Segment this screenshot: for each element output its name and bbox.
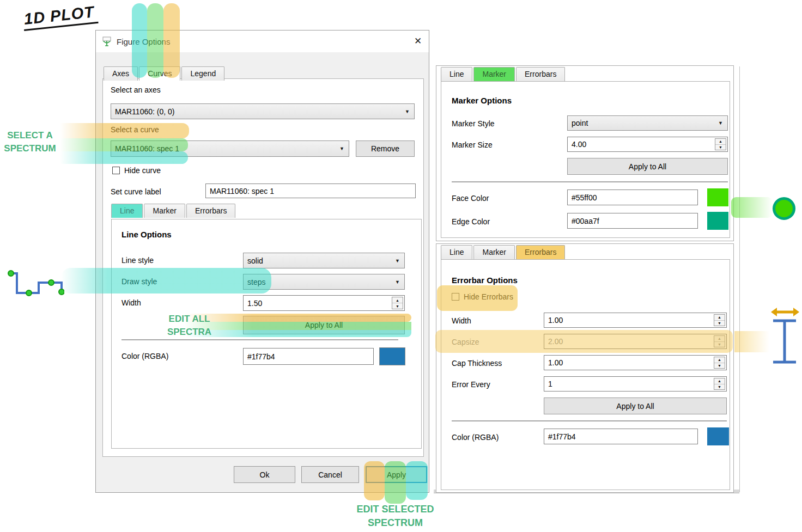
spin-up-icon[interactable]: ▲ bbox=[714, 315, 725, 321]
separator bbox=[121, 339, 398, 340]
spinner-buttons[interactable]: ▲ ▼ bbox=[392, 297, 403, 309]
errorbar-preview-icon bbox=[769, 319, 800, 364]
draw-style-value: steps bbox=[247, 278, 265, 286]
errorbar-width-value: 1.00 bbox=[548, 316, 563, 325]
hide-curve-checkbox-row[interactable]: Hide curve bbox=[112, 166, 161, 175]
edge-color-swatch[interactable] bbox=[707, 212, 728, 230]
steps-drawstyle-icon bbox=[3, 265, 64, 298]
spin-up-icon[interactable]: ▲ bbox=[715, 139, 726, 145]
marker-apply-to-all-button[interactable]: Apply to All bbox=[567, 158, 728, 175]
hide-curve-checkbox[interactable] bbox=[112, 167, 120, 174]
line-style-combobox[interactable]: solid ▼ bbox=[243, 253, 405, 268]
cap-thickness-value: 1.00 bbox=[548, 358, 563, 367]
spinner-buttons[interactable]: ▲ ▼ bbox=[714, 335, 725, 347]
spin-up-icon[interactable]: ▲ bbox=[714, 336, 725, 342]
errorbar-apply-to-all-button[interactable]: Apply to All bbox=[544, 398, 727, 414]
annotation-line: EDIT SELECTED bbox=[348, 503, 443, 516]
curve-combobox-value: MAR11060: spec 1 bbox=[115, 144, 179, 153]
marker-style-label: Marker Style bbox=[452, 119, 495, 128]
tab-marker[interactable]: Marker bbox=[473, 245, 515, 259]
errorbar-width-label: Width bbox=[452, 316, 471, 325]
remove-curve-button[interactable]: Remove bbox=[356, 140, 415, 157]
edit-selected-spectrum-annotation: EDIT SELECTED SPECTRUM bbox=[348, 503, 443, 530]
chevron-down-icon: ▼ bbox=[405, 109, 410, 114]
spinner-buttons[interactable]: ▲ ▼ bbox=[714, 378, 725, 390]
tab-curves[interactable]: Curves bbox=[139, 66, 180, 81]
line-color-input[interactable]: #1f77b4 bbox=[243, 348, 374, 365]
marker-options-heading: Marker Options bbox=[452, 96, 512, 105]
errorbar-options-heading: Errorbar Options bbox=[452, 276, 518, 285]
line-width-label: Width bbox=[121, 298, 141, 307]
capsize-spinbox[interactable]: 2.00 ▲ ▼ bbox=[544, 334, 727, 349]
capsize-width-arrow-icon bbox=[770, 307, 800, 317]
marker-size-spinbox[interactable]: 4.00 ▲ ▼ bbox=[567, 137, 728, 152]
spinner-buttons[interactable]: ▲ ▼ bbox=[714, 314, 725, 326]
chevron-down-icon: ▼ bbox=[718, 120, 723, 126]
spin-up-icon[interactable]: ▲ bbox=[714, 378, 725, 384]
cap-thickness-spinbox[interactable]: 1.00 ▲ ▼ bbox=[544, 355, 727, 370]
chevron-down-icon: ▼ bbox=[395, 258, 400, 264]
spin-down-icon[interactable]: ▼ bbox=[714, 321, 725, 326]
tab-errorbars[interactable]: Errorbars bbox=[186, 204, 235, 218]
dialog-title: Figure Options bbox=[117, 37, 170, 46]
errorbar-color-label: Color (RGBA) bbox=[452, 433, 499, 442]
hide-errorbars-checkbox[interactable] bbox=[452, 293, 459, 301]
marker-panel: Line Marker Errorbars Marker Options Mar… bbox=[436, 65, 734, 241]
separator bbox=[452, 420, 727, 421]
tab-marker[interactable]: Marker bbox=[473, 67, 515, 81]
hide-errorbars-label: Hide Errorbars bbox=[464, 292, 513, 301]
spin-down-icon[interactable]: ▼ bbox=[714, 342, 725, 347]
curve-label-input[interactable]: MAR11060: spec 1 bbox=[205, 184, 416, 198]
ok-button[interactable]: Ok bbox=[234, 466, 295, 483]
capsize-label: Capsize bbox=[452, 338, 479, 346]
draw-style-combobox[interactable]: steps ▼ bbox=[243, 274, 405, 290]
dialog-titlebar[interactable]: Figure Options ✕ bbox=[96, 30, 429, 52]
face-color-swatch[interactable] bbox=[707, 188, 728, 206]
spin-down-icon[interactable]: ▼ bbox=[715, 145, 726, 150]
spin-down-icon[interactable]: ▼ bbox=[714, 384, 725, 390]
spin-down-icon[interactable]: ▼ bbox=[714, 363, 725, 369]
hide-errorbars-checkbox-row[interactable]: Hide Errorbars bbox=[452, 292, 513, 301]
axes-combobox[interactable]: MAR11060: (0, 0) ▼ bbox=[111, 103, 415, 119]
line-apply-to-all-button[interactable]: Apply to All bbox=[243, 316, 405, 334]
tab-errorbars[interactable]: Errorbars bbox=[516, 67, 565, 81]
tab-axes[interactable]: Axes bbox=[104, 66, 138, 81]
annotation-line: SPECTRUM bbox=[0, 142, 62, 155]
errorbar-color-swatch[interactable] bbox=[707, 427, 729, 445]
marker-preview-icon bbox=[773, 197, 795, 220]
spin-up-icon[interactable]: ▲ bbox=[392, 297, 403, 303]
spinner-buttons[interactable]: ▲ ▼ bbox=[714, 357, 725, 369]
annotation-line: SPECTRUM bbox=[348, 516, 443, 530]
dialog-tab-bar: Axes Curves Legend bbox=[104, 66, 226, 81]
window-edge bbox=[739, 66, 740, 492]
errorbar-width-spinbox[interactable]: 1.00 ▲ ▼ bbox=[544, 313, 727, 328]
error-every-value: 1 bbox=[548, 380, 552, 388]
axes-combobox-value: MAR11060: (0, 0) bbox=[115, 107, 174, 116]
tab-legend[interactable]: Legend bbox=[181, 66, 224, 81]
curve-combobox[interactable]: MAR11060: spec 1 ▼ bbox=[111, 140, 349, 157]
tab-line[interactable]: Line bbox=[441, 245, 472, 259]
cancel-button[interactable]: Cancel bbox=[301, 466, 359, 483]
tab-marker[interactable]: Marker bbox=[144, 204, 185, 218]
apply-button[interactable]: Apply bbox=[366, 466, 427, 483]
tab-errorbars[interactable]: Errorbars bbox=[516, 245, 565, 259]
chevron-down-icon: ▼ bbox=[395, 279, 400, 285]
separator bbox=[452, 181, 728, 182]
tab-line[interactable]: Line bbox=[441, 67, 472, 81]
spin-up-icon[interactable]: ▲ bbox=[714, 357, 725, 363]
marker-style-combobox[interactable]: point ▼ bbox=[567, 115, 728, 131]
spin-down-icon[interactable]: ▼ bbox=[392, 303, 403, 309]
face-color-value: #55ff00 bbox=[572, 193, 597, 202]
highlight-marker-green-band bbox=[731, 197, 773, 218]
tab-line[interactable]: Line bbox=[111, 204, 143, 218]
spinner-buttons[interactable]: ▲ ▼ bbox=[715, 138, 726, 150]
line-width-spinbox[interactable]: 1.50 ▲ ▼ bbox=[243, 295, 405, 311]
edge-color-input[interactable]: #00aa7f bbox=[567, 213, 698, 229]
close-icon[interactable]: ✕ bbox=[410, 34, 426, 48]
errorbar-color-input[interactable]: #1f77b4 bbox=[544, 429, 698, 444]
capsize-value: 2.00 bbox=[548, 337, 563, 346]
error-every-spinbox[interactable]: 1 ▲ ▼ bbox=[544, 376, 727, 392]
line-color-swatch[interactable] bbox=[379, 347, 405, 365]
errorbar-panel-tab-bar: Line Marker Errorbars bbox=[441, 245, 566, 259]
face-color-input[interactable]: #55ff00 bbox=[567, 189, 698, 205]
